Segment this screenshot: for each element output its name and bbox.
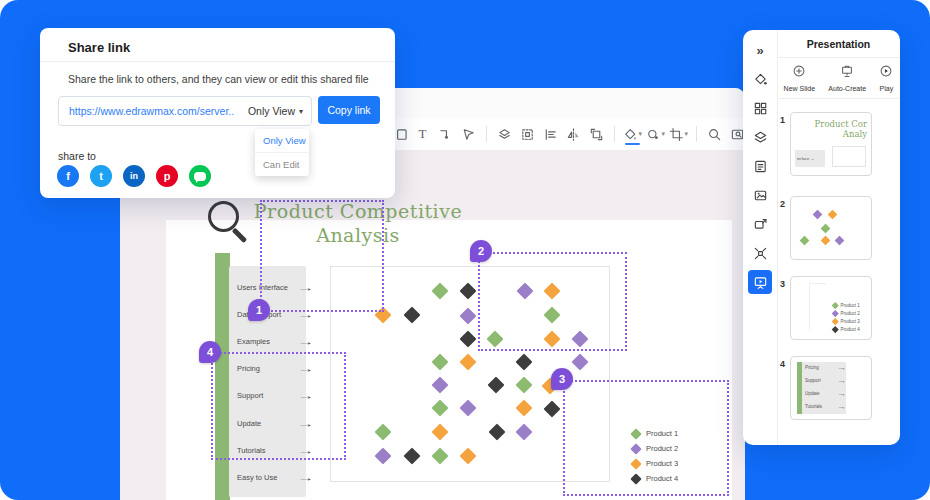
panel-divider [777, 57, 900, 58]
presentation-panel: » Presentation New SlideAuto-CreatePlay … [743, 30, 900, 445]
mini-diamond-purple [812, 209, 822, 219]
screenshot-stage: lp T▾▾▾ Product Competitive Analysis Use… [0, 0, 930, 500]
auto-create-button[interactable]: Auto-Create [828, 64, 866, 92]
pinterest-icon[interactable]: p [156, 165, 178, 187]
sidebar-icon-layers[interactable] [748, 125, 772, 149]
slide-number: 4 [780, 359, 785, 369]
sidebar-icon-collapse[interactable]: » [748, 38, 772, 62]
modal-description: Share the link to others, and they can v… [68, 73, 369, 85]
slide-number: 2 [780, 199, 785, 209]
chevron-down-icon: ▾ [661, 130, 665, 138]
new-slide-label: New Slide [784, 85, 816, 92]
modal-header-divider [40, 61, 395, 62]
line-icon[interactable] [189, 165, 211, 187]
mini-chart-box [832, 146, 866, 167]
toolbar-icons-row: T▾▾▾ [390, 118, 770, 150]
panel-divider-2 [777, 98, 900, 99]
flip-tool[interactable] [564, 122, 583, 146]
chevron-down-icon: ▾ [299, 107, 303, 116]
sidebar-icon-shapes[interactable] [748, 96, 772, 120]
toolbar-divider [614, 126, 615, 142]
mini-diamond-orange [820, 235, 830, 245]
chevron-down-icon: ▾ [638, 130, 642, 138]
mini-axis-lines [809, 283, 826, 329]
mini-diamond-green [820, 223, 830, 233]
play-button[interactable]: Play [879, 64, 893, 92]
selection-rect [478, 252, 627, 351]
play-label: Play [880, 85, 894, 92]
annotation-badge-3: 3 [551, 368, 573, 390]
sidebar-icon-fill[interactable] [748, 67, 772, 91]
share-link-modal: Share link Share the link to others, and… [40, 28, 395, 198]
annotation-badge-4: 4 [199, 341, 221, 363]
category-label: Examples [237, 337, 270, 346]
crop-tool[interactable]: ▾ [669, 122, 688, 146]
selection-rect [211, 352, 346, 460]
slide-thumbnail-3[interactable]: Product 1Product 2Product 3Product 4 [790, 276, 872, 340]
auto-create-icon [840, 64, 854, 82]
permission-dropdown-menu: Only ViewCan Edit [255, 129, 309, 176]
chevron-down-icon: ▾ [684, 130, 688, 138]
auto-create-label: Auto-Create [828, 85, 866, 92]
facebook-icon[interactable]: f [57, 165, 79, 187]
mini-diamond-green [800, 235, 810, 245]
mini-list-row: Update→ [805, 391, 820, 396]
category-row[interactable]: Easy to Use→ [237, 471, 277, 483]
copy-link-button[interactable]: Copy link [318, 96, 380, 124]
share-url-input[interactable]: https://www.edrawmax.com/server.. Only V… [58, 96, 312, 126]
sidebar-icon-strip: » [743, 30, 778, 445]
category-label: Easy to Use [237, 473, 277, 482]
frame-tool[interactable] [587, 122, 606, 146]
twitter-icon[interactable]: t [90, 165, 112, 187]
dropdown-option-only-view[interactable]: Only View [255, 129, 309, 153]
sidebar-icon-notes[interactable] [748, 154, 772, 178]
selection-rect [260, 200, 384, 312]
mini-legend-item: Product 4 [833, 327, 860, 332]
category-row[interactable]: Examples→ [237, 335, 270, 347]
dropdown-option-can-edit[interactable]: Can Edit [255, 153, 309, 176]
new-slide-button[interactable]: New Slide [784, 64, 816, 92]
panel-title: Presentation [777, 38, 900, 50]
mini-legend-item: Product 3 [833, 319, 860, 324]
share-to-label: share to [58, 150, 96, 162]
sidebar-icon-presentation[interactable] [748, 270, 772, 294]
selection-rect [563, 380, 729, 496]
zoom-tool[interactable] [705, 122, 724, 146]
social-icons-row: ftinp [57, 165, 211, 187]
contour-tool[interactable]: ▾ [646, 122, 665, 146]
modal-title: Share link [68, 40, 130, 55]
slide-thumbnail-1[interactable]: Product CorAnalyterface → [790, 112, 872, 176]
permission-value: Only View [248, 105, 295, 117]
mini-list-row: Tutorials→ [805, 404, 822, 409]
toolbar-divider [696, 126, 697, 142]
connector-tool[interactable] [436, 122, 455, 146]
sidebar-icon-arrange[interactable] [748, 241, 772, 265]
pointer-tool[interactable] [459, 122, 478, 146]
play-icon [879, 64, 893, 82]
mini-title: Product CorAnaly [815, 119, 867, 139]
linkedin-icon[interactable]: in [123, 165, 145, 187]
text-tool[interactable]: T [413, 122, 432, 146]
mini-category-box: terface → [795, 150, 825, 167]
toolbar-divider [486, 126, 487, 142]
annotation-badge-2: 2 [470, 240, 492, 262]
mini-legend-item: Product 2 [833, 311, 860, 316]
mini-legend-item: Product 1 [833, 303, 860, 308]
share-url-value: https://www.edrawmax.com/server.. [69, 105, 242, 117]
mini-diamond-purple [834, 235, 844, 245]
new-slide-icon [792, 64, 806, 82]
select-area-tool[interactable] [518, 122, 537, 146]
fill-color-tool[interactable]: ▾ [623, 122, 642, 146]
slide-thumbnail-2[interactable] [790, 196, 872, 260]
slide-number: 3 [780, 279, 785, 289]
mini-diamond-orange [828, 209, 838, 219]
layers-tool[interactable] [495, 122, 514, 146]
annotation-badge-1: 1 [248, 299, 270, 321]
mini-list-row: Support→ [805, 378, 821, 383]
slide-number: 1 [780, 115, 785, 125]
sidebar-icon-image[interactable] [748, 183, 772, 207]
sidebar-icon-replace-image[interactable] [748, 212, 772, 236]
slide-thumbnail-4[interactable]: Pricing→Support→Update→Tutorials→ [790, 356, 872, 420]
permission-dropdown[interactable]: Only View ▾ [248, 105, 303, 117]
align-tool[interactable] [541, 122, 560, 146]
